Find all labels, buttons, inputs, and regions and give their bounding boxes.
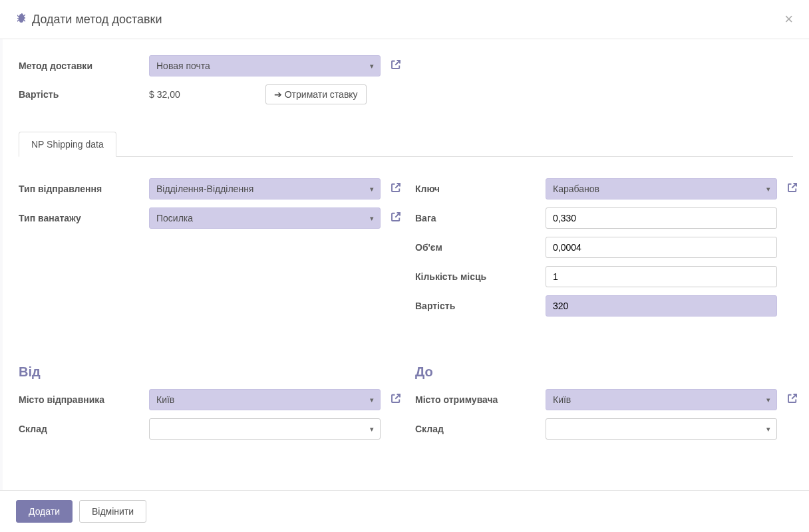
close-icon[interactable]: × [784, 11, 793, 28]
to-warehouse-select[interactable] [546, 418, 777, 440]
add-button[interactable]: Додати [16, 500, 73, 523]
to-title: До [415, 364, 798, 380]
row-to-warehouse: Склад [415, 418, 798, 440]
cargo-type-select[interactable]: Посилка [149, 207, 381, 229]
from-city-select[interactable]: Київ [149, 389, 381, 410]
row-volume: Об'єм [415, 237, 798, 258]
col-from: Від Місто відправника Київ Склад [19, 346, 402, 448]
from-warehouse-select[interactable] [149, 418, 381, 440]
external-link-icon[interactable] [786, 392, 798, 407]
external-link-icon[interactable] [390, 392, 402, 407]
col-right: Ключ Карабанов Вага [415, 178, 798, 325]
from-title: Від [19, 364, 402, 380]
col-left: Тип відправлення Відділення-Відділення Т… [19, 178, 402, 325]
key-label: Ключ [415, 184, 546, 194]
cost-value: $ 32,00 [149, 89, 180, 100]
from-city-value: Київ [149, 389, 381, 410]
weight-label: Вага [415, 213, 546, 223]
np-form-grid: Тип відправлення Відділення-Відділення Т… [19, 178, 793, 325]
row-from-city: Місто відправника Київ [19, 389, 402, 410]
shipment-type-value: Відділення-Відділення [149, 178, 381, 200]
external-link-icon[interactable] [390, 211, 402, 225]
row-delivery-method: Метод доставки Новая почта [19, 55, 793, 76]
delivery-method-select[interactable]: Новая почта [149, 55, 381, 76]
shipment-type-select[interactable]: Відділення-Відділення [149, 178, 381, 200]
row-cargo-type: Тип ванатажу Посилка [19, 207, 402, 229]
cargo-type-label: Тип ванатажу [19, 213, 149, 223]
seats-input[interactable] [546, 266, 777, 287]
key-select[interactable]: Карабанов [546, 178, 777, 200]
row-shipment-type: Тип відправлення Відділення-Відділення [19, 178, 402, 200]
row-key: Ключ Карабанов [415, 178, 798, 200]
delivery-method-label: Метод доставки [19, 61, 149, 71]
get-rate-button[interactable]: ➔ Отримати ставку [265, 84, 367, 104]
to-warehouse-label: Склад [415, 424, 546, 434]
tabs: NP Shipping data [19, 131, 793, 157]
modal-body: Метод доставки Новая почта Вартість $ 32… [0, 39, 809, 490]
bug-icon[interactable] [16, 13, 27, 26]
modal-header: Додати метод доставки × [0, 0, 809, 39]
volume-label: Об'єм [415, 242, 546, 253]
col-to: До Місто отримувача Київ Склад [415, 346, 798, 448]
to-city-label: Місто отримувача [415, 394, 546, 405]
add-delivery-method-modal: Додати метод доставки × Метод доставки Н… [0, 0, 809, 532]
modal-footer: Додати Відмінити [0, 490, 809, 532]
row-value: Вартість [415, 295, 798, 317]
to-city-value: Київ [546, 389, 777, 410]
from-warehouse-label: Склад [19, 424, 149, 434]
row-to-city: Місто отримувача Київ [415, 389, 798, 410]
seats-label: Кількість місць [415, 271, 546, 282]
from-to-grid: Від Місто відправника Київ Склад [19, 346, 793, 448]
value-input[interactable] [546, 295, 777, 317]
volume-input[interactable] [546, 237, 777, 258]
tab-np-shipping[interactable]: NP Shipping data [19, 132, 116, 157]
key-value: Карабанов [546, 178, 777, 200]
value-label: Вартість [415, 301, 546, 311]
row-cost: Вартість $ 32,00 ➔ Отримати ставку [19, 84, 793, 104]
arrow-right-icon: ➔ [274, 89, 282, 100]
delivery-method-value: Новая почта [149, 55, 381, 76]
row-seats: Кількість місць [415, 266, 798, 287]
weight-input[interactable] [546, 207, 777, 229]
from-city-label: Місто відправника [19, 394, 149, 405]
external-link-icon[interactable] [390, 59, 402, 73]
from-warehouse-value [149, 418, 381, 440]
external-link-icon[interactable] [390, 182, 402, 196]
row-from-warehouse: Склад [19, 418, 402, 440]
get-rate-label: Отримати ставку [285, 89, 358, 100]
shipment-type-label: Тип відправлення [19, 184, 149, 194]
cancel-button[interactable]: Відмінити [79, 500, 146, 523]
row-weight: Вага [415, 207, 798, 229]
cost-label: Вартість [19, 89, 149, 100]
cargo-type-value: Посилка [149, 207, 381, 229]
to-city-select[interactable]: Київ [546, 389, 777, 410]
external-link-icon[interactable] [786, 182, 798, 196]
to-warehouse-value [546, 418, 777, 440]
modal-title: Додати метод доставки [32, 13, 162, 27]
